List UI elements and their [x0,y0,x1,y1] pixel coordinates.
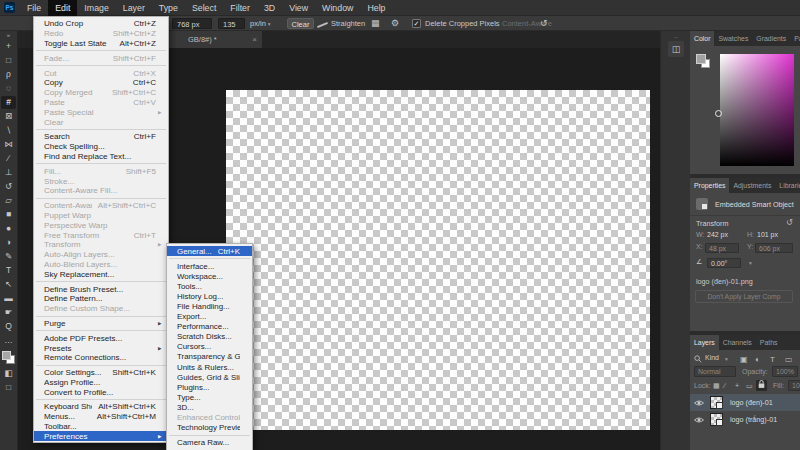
filter-adjustment-layers-icon[interactable]: ◐ [755,355,760,364]
clone-stamp-tool-icon[interactable]: ⊥ [1,166,16,179]
tab-layers[interactable]: Layers [690,335,719,350]
panel-color-swatches[interactable] [696,54,712,70]
layer-row[interactable]: logo (đen)-01 [690,394,800,411]
straighten-icon[interactable] [317,22,328,28]
crop-width-input[interactable]: 768 px [172,18,212,29]
layer-name[interactable]: logo (đen)-01 [730,394,773,411]
delete-cropped-checkbox[interactable]: ✓ [412,19,421,28]
foreground-swatch[interactable] [696,54,706,64]
menu-item-color-settings[interactable]: Color Settings...Shift+Ctrl+K [34,368,168,378]
menu-item-perspective-warp[interactable]: Perspective Warp [34,220,168,230]
menu-item-copy-merged[interactable]: Copy MergedShift+Ctrl+C [34,88,168,98]
menu-item-convert-to-profile[interactable]: Convert to Profile... [34,387,168,397]
tab-patterns[interactable]: Patterns [790,31,800,46]
menu-item-presets[interactable]: Presets▶ [34,343,168,353]
menu-item-assign-profile[interactable]: Assign Profile... [34,378,168,388]
menubar-item-help[interactable]: Help [360,0,392,16]
shape-tool-icon[interactable]: ▬ [1,292,16,305]
screen-mode-icon[interactable]: □ [1,381,16,394]
lasso-tool-icon[interactable]: ρ [1,68,16,81]
menu-item-menus[interactable]: Menus...Alt+Shift+Ctrl+M [34,412,168,422]
lock-all-button[interactable] [756,380,767,391]
crop-resolution-input[interactable]: 135 [218,18,245,29]
menu-item-general[interactable]: General...Ctrl+K [167,246,252,256]
menu-item-tools[interactable]: Tools... [167,281,252,291]
width-value[interactable]: 242 px [707,231,728,238]
dodge-tool-icon[interactable]: ◑ [1,236,16,249]
menu-item-stroke[interactable]: Stroke... [34,176,168,186]
eraser-tool-icon[interactable]: ▱ [1,194,16,207]
hand-tool-icon[interactable]: ☛ [1,306,16,319]
frame-tool-icon[interactable]: ⊠ [1,110,16,123]
tab-swatches[interactable]: Swatches [714,31,752,46]
filter-type-layers-icon[interactable]: T [770,355,775,364]
menu-item-guides-grid-slices[interactable]: Guides, Grid & Slices... [167,372,252,382]
reset-icon[interactable]: ↺ [540,17,548,30]
menu-item-clear[interactable]: Clear [34,117,168,127]
menu-item-units-rulers[interactable]: Units & Rulers... [167,362,252,372]
healing-brush-tool-icon[interactable]: ⋈ [1,138,16,151]
x-input[interactable]: 48 px [705,243,739,253]
menu-item-define-custom-shape[interactable]: Define Custom Shape... [34,304,168,314]
menu-item-paste-special[interactable]: Paste Special▶ [34,107,168,117]
path-select-tool-icon[interactable]: ↖ [1,278,16,291]
menu-item-enhanced-controls[interactable]: Enhanced Controls... [167,413,252,423]
menubar-item-layer[interactable]: Layer [116,0,152,16]
tab-channels[interactable]: Channels [719,335,756,350]
menu-item-export[interactable]: Export... [167,312,252,322]
brush-tool-icon[interactable]: ∕ [1,152,16,165]
menu-item-auto-blend-layers[interactable]: Auto-Blend Layers... [34,260,168,270]
tab-properties[interactable]: Properties [690,178,729,193]
lock-pixels-icon[interactable]: ∕ [724,382,725,389]
close-icon[interactable]: × [252,31,257,48]
filter-shape-layers-icon[interactable]: ▭ [785,355,793,364]
menu-item-transparency-gamut[interactable]: Transparency & Gamut... [167,352,252,362]
menubar-item-view[interactable]: View [282,0,315,16]
menu-item-scratch-disks[interactable]: Scratch Disks... [167,332,252,342]
collapse-toolbar-icon[interactable]: » [7,31,10,40]
layer-comp-button[interactable]: Don't Apply Layer Comp [695,290,793,303]
menu-item-free-transform[interactable]: Free TransformCtrl+T [34,230,168,240]
menu-item-cursors[interactable]: Cursors... [167,342,252,352]
menubar-item-image[interactable]: Image [77,0,115,16]
menu-item-keyboard-shortcuts[interactable]: Keyboard Shortcuts...Alt+Shift+Ctrl+K [34,402,168,412]
type-tool-icon[interactable]: T [1,264,16,277]
menu-item-fade[interactable]: Fade...Shift+Ctrl+F [34,53,168,63]
height-value[interactable]: 101 px [757,231,778,238]
tab-libraries[interactable]: Libraries [775,178,800,193]
layer-thumbnail[interactable] [710,413,723,426]
layer-thumbnail[interactable] [710,396,723,409]
menu-item-remote-connections[interactable]: Remote Connections... [34,353,168,363]
menubar-item-select[interactable]: Select [185,0,223,16]
menu-item-fill[interactable]: Fill...Shift+F5 [34,166,168,176]
eye-icon[interactable] [694,399,704,408]
menu-item-file-handling[interactable]: File Handling... [167,301,252,311]
menu-item-performance[interactable]: Performance... [167,322,252,332]
menu-item-toolbar[interactable]: Toolbar... [34,422,168,432]
menu-item-content-aware-scale[interactable]: Content-Aware ScaleAlt+Shift+Ctrl+C [34,201,168,211]
straighten-label[interactable]: Straighten [331,18,365,29]
pen-tool-icon[interactable]: ✎ [1,250,16,263]
menubar-item-window[interactable]: Window [315,0,360,16]
color-picker-marker[interactable] [715,110,722,117]
eye-icon[interactable] [694,416,704,425]
menu-item-cut[interactable]: CutCtrl+X [34,68,168,78]
transparent-canvas[interactable] [226,90,650,430]
menu-item-check-spelling[interactable]: Check Spelling... [34,142,168,152]
blend-mode-select[interactable]: Normal [694,366,736,377]
layer-row[interactable]: logo (trắng)-01 [690,411,800,428]
menu-item-camera-raw[interactable]: Camera Raw... [167,438,252,448]
menu-item-3d[interactable]: 3D... [167,402,252,412]
lock-artboard-icon[interactable]: ▭ [746,382,753,390]
edit-toolbar-icon[interactable]: … [1,334,16,347]
menubar-item-3d[interactable]: 3D [257,0,282,16]
menu-item-transform[interactable]: Transform▶ [34,240,168,250]
foreground-color-swatch[interactable] [2,351,11,360]
history-brush-tool-icon[interactable]: ↺ [1,180,16,193]
angle-input[interactable]: 0.00° [707,258,741,268]
tab-adjustments[interactable]: Adjustments [729,178,775,193]
fill-input[interactable]: 100% [788,380,800,391]
layer-name[interactable]: logo (trắng)-01 [730,411,777,428]
quick-selection-tool-icon[interactable]: ◌ [1,82,16,95]
gear-icon[interactable]: ⚙ [391,17,399,30]
